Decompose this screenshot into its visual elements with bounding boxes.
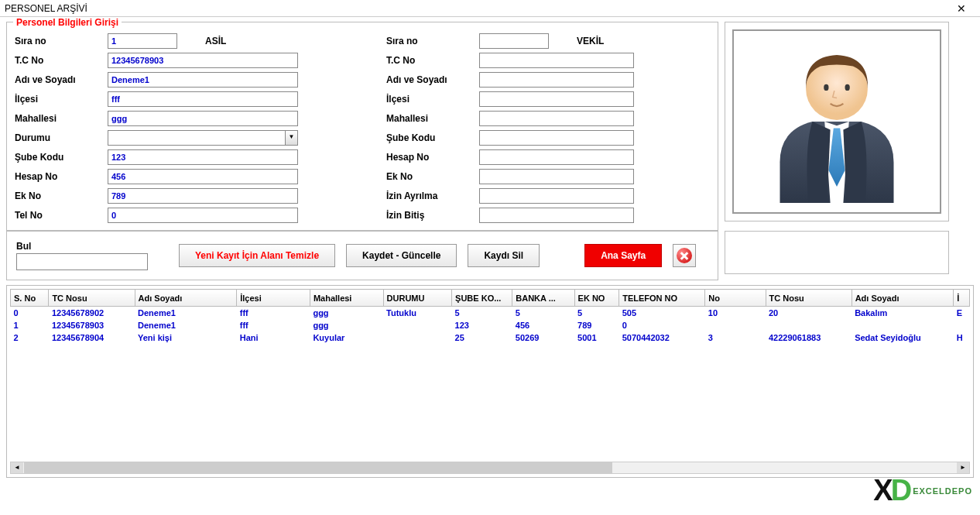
table-cell[interactable]: 123 [452,319,512,331]
grid-header[interactable]: TC Nosu [49,290,135,307]
input-ilcesi[interactable] [108,91,298,107]
table-cell[interactable] [954,319,970,331]
cancel-button[interactable] [673,244,696,267]
table-cell[interactable]: 42229061883 [766,331,852,344]
svg-point-1 [824,84,828,91]
close-button[interactable]: ✕ [947,1,975,16]
scroll-left-icon[interactable]: ◄ [11,462,23,473]
table-cell[interactable]: 10 [705,307,766,319]
kaydi-sil-button[interactable]: Kaydı Sil [468,244,540,267]
dropdown-durumu[interactable]: ▼ [108,130,298,146]
table-cell[interactable] [852,319,954,331]
input-v-izin-ayrilma[interactable] [479,188,634,204]
grid-header[interactable]: TC Nosu [766,290,852,307]
grid-header[interactable]: TELEFON NO [619,290,705,307]
table-cell[interactable]: Bakalım [852,307,954,319]
input-sube-kodu[interactable] [108,149,298,165]
table-cell[interactable]: E [954,307,970,319]
input-mahallesi[interactable] [108,111,298,126]
table-cell[interactable]: Yeni kişi [135,331,237,344]
table-cell[interactable]: Deneme1 [135,307,237,319]
grid-header[interactable]: S. No [11,290,49,307]
grid-header[interactable]: BANKA ... [512,290,574,307]
table-cell[interactable]: 50269 [512,331,574,344]
table-cell[interactable]: 5 [512,307,574,319]
bul-input[interactable] [16,253,148,270]
table-cell[interactable]: 5 [574,307,619,319]
input-v-izin-bitis[interactable] [479,208,634,223]
input-tc-no[interactable] [108,53,298,68]
grid-header[interactable]: Adı Soyadı [852,290,954,307]
watermark-d: D [891,474,913,507]
table-cell[interactable]: Sedat Seyidoğlu [852,331,954,344]
table-cell[interactable]: 789 [574,319,619,331]
table-cell[interactable]: 0 [11,307,49,319]
yeni-kayit-button[interactable]: Yeni Kayıt İçin Alanı Temizle [179,244,335,267]
table-cell[interactable]: 505 [619,307,705,319]
table-row[interactable]: 112345678903Deneme1fffggg1234567890 [11,319,970,331]
grid-header[interactable]: İ [954,290,970,307]
grid-header[interactable]: Mahallesi [310,290,383,307]
scroll-right-icon[interactable]: ► [957,462,969,473]
input-ek-no[interactable] [108,188,298,204]
grid-header[interactable]: No [705,290,766,307]
ana-sayfa-button[interactable]: Ana Sayfa [584,244,662,267]
scroll-thumb[interactable] [24,462,612,473]
toolbar: Bul Yeni Kayıt İçin Alanı Temizle Kaydet… [6,231,718,280]
table-cell[interactable]: Hani [237,331,310,344]
table-cell[interactable] [383,319,452,331]
table-cell[interactable]: 5070442032 [619,331,705,344]
grid-header[interactable]: ŞUBE KO... [452,290,512,307]
table-cell[interactable]: 25 [452,331,512,344]
table-cell[interactable]: 2 [11,331,49,344]
table-cell[interactable]: ggg [310,307,383,319]
input-sira-no[interactable] [108,33,177,49]
table-cell[interactable] [705,319,766,331]
input-v-ek-no[interactable] [479,169,634,184]
table-cell[interactable]: fff [237,319,310,331]
table-cell[interactable]: Tutuklu [383,307,452,319]
table-cell[interactable]: 0 [619,319,705,331]
input-v-tc-no[interactable] [479,53,634,68]
grid-header[interactable]: Adı Soyadı [135,290,237,307]
input-v-ilcesi[interactable] [479,91,634,107]
input-v-mahallesi[interactable] [479,111,634,126]
vekil-column: Sıra no VEKİL T.C No Adı ve Soyadı İlçes… [386,32,696,224]
table-cell[interactable]: H [954,331,970,344]
grid-body[interactable]: 012345678902Deneme1fffgggTutuklu55550510… [11,307,970,344]
input-tel-no[interactable] [108,208,298,223]
grid-header-row[interactable]: S. NoTC NosuAdı SoyadıİlçesiMahallesiDUR… [11,290,970,307]
table-cell[interactable]: 456 [512,319,574,331]
grid-header[interactable]: EK NO [574,290,619,307]
grid-header[interactable]: DURUMU [383,290,452,307]
table-cell[interactable]: 12345678904 [49,331,135,344]
table-cell[interactable]: 20 [766,307,852,319]
table-cell[interactable]: 1 [11,319,49,331]
table-cell[interactable] [766,319,852,331]
table-cell[interactable]: Kuyular [310,331,383,344]
table-cell[interactable]: 3 [705,331,766,344]
input-v-sube-kodu[interactable] [479,130,634,146]
chevron-down-icon[interactable]: ▼ [285,131,297,145]
input-v-sira-no[interactable] [479,33,549,49]
photo-frame[interactable] [732,29,941,214]
table-cell[interactable] [383,331,452,344]
horizontal-scrollbar[interactable]: ◄ ► [10,462,970,474]
table-cell[interactable]: fff [237,307,310,319]
table-cell[interactable]: 12345678902 [49,307,135,319]
lbl-v-mahallesi: Mahallesi [386,113,479,124]
table-row[interactable]: 212345678904Yeni kişiHaniKuyular25502695… [11,331,970,344]
input-hesap-no[interactable] [108,169,298,184]
data-grid[interactable]: S. NoTC NosuAdı SoyadıİlçesiMahallesiDUR… [10,289,970,344]
input-adi-soyadi[interactable] [108,72,298,88]
table-cell[interactable]: 12345678903 [49,319,135,331]
input-v-hesap-no[interactable] [479,149,634,165]
input-v-adi-soyadi[interactable] [479,72,634,88]
table-cell[interactable]: Deneme1 [135,319,237,331]
table-cell[interactable]: 5 [452,307,512,319]
grid-header[interactable]: İlçesi [237,290,310,307]
table-cell[interactable]: ggg [310,319,383,331]
kaydet-button[interactable]: Kaydet - Güncelle [346,244,457,267]
table-row[interactable]: 012345678902Deneme1fffgggTutuklu55550510… [11,307,970,319]
table-cell[interactable]: 5001 [574,331,619,344]
